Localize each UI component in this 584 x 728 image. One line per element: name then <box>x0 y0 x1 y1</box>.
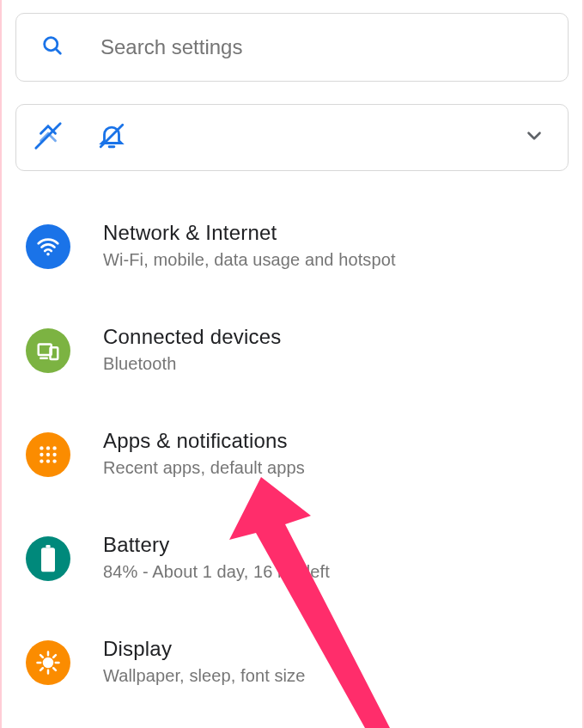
svg-rect-19 <box>41 548 55 572</box>
settings-item-display[interactable]: Display Wallpaper, sleep, font size <box>15 618 569 722</box>
settings-item-apps-notifications[interactable]: Apps & notifications Recent apps, defaul… <box>15 410 569 514</box>
devices-icon <box>26 328 70 373</box>
bell-off-icon <box>97 121 126 154</box>
settings-title: Display <box>103 637 305 661</box>
settings-list: Network & Internet Wi-Fi, mobile, data u… <box>15 202 569 722</box>
settings-subtitle: Wi-Fi, mobile, data usage and hotspot <box>103 250 396 270</box>
svg-point-5 <box>46 253 50 256</box>
svg-point-9 <box>40 446 43 450</box>
search-icon <box>40 34 64 61</box>
svg-point-20 <box>44 658 52 667</box>
settings-title: Battery <box>103 533 330 557</box>
quick-settings-panel[interactable] <box>15 104 569 171</box>
wifi-icon <box>26 224 70 269</box>
search-bar[interactable]: Search settings <box>15 13 569 82</box>
svg-point-15 <box>40 459 43 462</box>
svg-point-11 <box>52 446 56 450</box>
settings-item-network[interactable]: Network & Internet Wi-Fi, mobile, data u… <box>15 202 569 306</box>
chevron-down-icon[interactable] <box>523 125 545 150</box>
svg-line-1 <box>56 49 61 54</box>
svg-point-17 <box>52 459 56 462</box>
settings-title: Connected devices <box>103 325 282 349</box>
settings-subtitle: Recent apps, default apps <box>103 458 305 478</box>
svg-rect-18 <box>46 545 50 548</box>
settings-subtitle: Wallpaper, sleep, font size <box>103 666 305 686</box>
brightness-icon <box>26 640 70 685</box>
settings-item-connected-devices[interactable]: Connected devices Bluetooth <box>15 306 569 410</box>
data-saver-off-icon <box>33 121 63 154</box>
settings-title: Network & Internet <box>103 221 396 245</box>
settings-subtitle: Bluetooth <box>103 354 282 374</box>
settings-item-battery[interactable]: Battery 84% - About 1 day, 16 hrs left <box>15 514 569 618</box>
svg-point-14 <box>52 453 56 456</box>
svg-point-12 <box>40 453 43 456</box>
svg-point-10 <box>46 446 50 450</box>
settings-subtitle: 84% - About 1 day, 16 hrs left <box>103 562 330 582</box>
settings-title: Apps & notifications <box>103 429 305 453</box>
svg-point-16 <box>46 459 50 462</box>
battery-icon <box>26 536 70 581</box>
svg-point-13 <box>46 453 50 456</box>
apps-icon <box>26 432 70 477</box>
search-placeholder: Search settings <box>100 35 242 59</box>
